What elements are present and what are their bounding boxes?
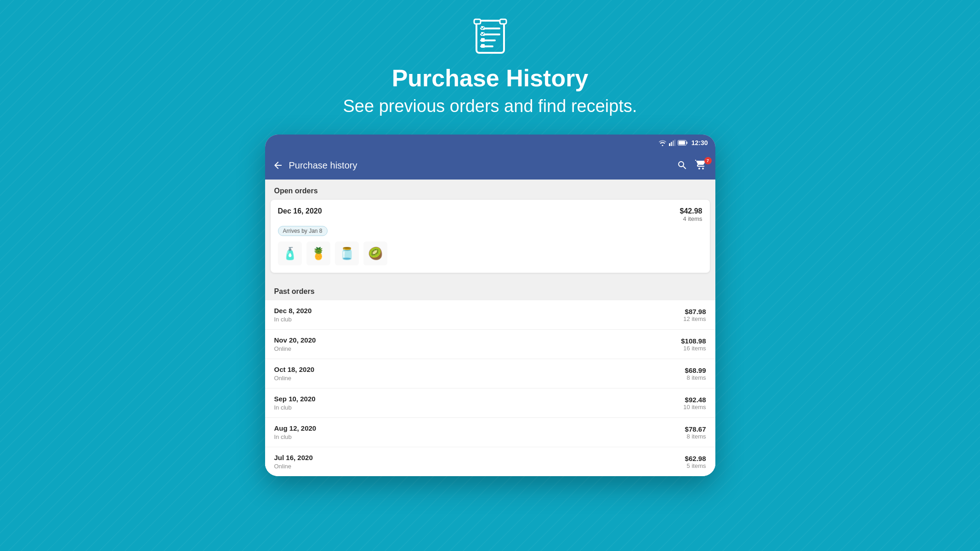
past-order-right-3: $92.48 10 items [683,396,706,410]
back-button[interactable] [272,160,283,171]
open-orders-label: Open orders [265,180,715,200]
svg-rect-11 [669,143,670,146]
past-order-count-3: 10 items [683,404,706,410]
hero-section: Purchase History See previous orders and… [343,18,637,116]
past-order-count-2: 8 items [685,374,706,381]
past-order-right-4: $78.67 8 items [685,425,706,440]
past-order-total-0: $87.98 [683,308,706,315]
app-bar: Purchase history 7 [265,151,715,180]
past-order-left-5: Jul 16, 2020 Online [274,454,313,470]
past-order-type-5: Online [274,463,313,470]
past-order-right-2: $68.99 8 items [685,366,706,381]
open-order-count: 4 items [680,215,702,222]
product-img-4: 🥝 [363,242,387,265]
past-order-date-2: Oct 18, 2020 [274,365,315,373]
svg-rect-12 [671,142,672,146]
past-order-left-4: Aug 12, 2020 In club [274,424,317,440]
hero-title: Purchase History [392,64,589,92]
past-order-date-0: Dec 8, 2020 [274,307,312,315]
past-order-type-4: In club [274,433,317,440]
past-order-type-1: Online [274,345,316,352]
open-order-total: $42.98 [680,207,702,215]
past-order-right-5: $62.98 5 items [685,455,706,469]
status-bar: 12:30 [265,135,715,151]
past-order-count-1: 16 items [681,345,706,352]
open-order-price-info: $42.98 4 items [680,207,702,222]
past-order-type-0: In club [274,316,312,323]
status-icons [658,140,688,146]
past-order-date-5: Jul 16, 2020 [274,454,313,461]
past-order-date-4: Aug 12, 2020 [274,424,317,432]
past-order-left-0: Dec 8, 2020 In club [274,307,312,323]
status-time: 12:30 [691,139,708,146]
past-order-row[interactable]: Jul 16, 2020 Online $62.98 5 items [265,447,715,476]
app-bar-title: Purchase history [289,160,671,171]
purchase-history-icon [472,18,509,55]
past-order-date-3: Sep 10, 2020 [274,395,316,403]
svg-rect-14 [674,140,675,146]
past-order-total-5: $62.98 [685,455,706,462]
svg-point-19 [702,168,704,169]
past-order-total-1: $108.98 [681,337,706,345]
past-order-count-5: 5 items [685,462,706,469]
past-order-total-3: $92.48 [683,396,706,404]
open-order-date: Dec 16, 2020 [278,207,322,215]
svg-rect-0 [476,21,504,53]
content-area: Open orders Dec 16, 2020 $42.98 4 items … [265,180,715,476]
past-order-left-3: Sep 10, 2020 In club [274,395,316,411]
svg-rect-9 [481,38,485,42]
app-bar-actions: 7 [677,160,708,171]
past-order-row[interactable]: Dec 8, 2020 In club $87.98 12 items [265,300,715,330]
past-order-row[interactable]: Aug 12, 2020 In club $78.67 8 items [265,418,715,447]
past-order-type-3: In club [274,404,316,411]
product-img-1: 🧴 [278,242,302,265]
past-order-row[interactable]: Nov 20, 2020 Online $108.98 16 items [265,330,715,359]
past-orders-label: Past orders [265,280,715,300]
past-order-left-2: Oct 18, 2020 Online [274,365,315,382]
past-order-right-0: $87.98 12 items [683,308,706,322]
past-order-count-0: 12 items [683,315,706,322]
svg-rect-6 [500,19,506,24]
past-order-right-1: $108.98 16 items [681,337,706,352]
product-img-3: 🫙 [335,242,359,265]
past-order-date-1: Nov 20, 2020 [274,336,316,344]
past-order-row[interactable]: Oct 18, 2020 Online $68.99 8 items [265,359,715,388]
svg-rect-5 [474,19,481,24]
svg-rect-16 [679,141,685,145]
past-orders-list: Dec 8, 2020 In club $87.98 12 items Nov … [265,300,715,476]
past-order-type-2: Online [274,375,315,382]
hero-subtitle: See previous orders and find receipts. [343,96,637,116]
past-order-total-4: $78.67 [685,425,706,433]
open-order-card[interactable]: Dec 16, 2020 $42.98 4 items Arrives by J… [271,200,710,273]
device-frame: 12:30 Purchase history 7 [265,135,715,476]
arrives-badge: Arrives by Jan 8 [278,226,328,236]
past-order-row[interactable]: Sep 10, 2020 In club $92.48 10 items [265,388,715,418]
svg-rect-10 [481,44,485,48]
cart-button[interactable]: 7 [695,160,708,171]
svg-point-18 [698,168,700,169]
past-order-count-4: 8 items [685,433,706,440]
product-img-2: 🍍 [306,242,330,265]
svg-rect-13 [673,141,674,146]
search-button[interactable] [677,160,688,171]
past-order-left-1: Nov 20, 2020 Online [274,336,316,352]
product-images: 🧴 🍍 🫙 🥝 [278,242,702,265]
cart-badge: 7 [704,157,712,164]
past-order-total-2: $68.99 [685,366,706,374]
open-order-header: Dec 16, 2020 $42.98 4 items [278,207,702,222]
svg-rect-17 [686,142,688,144]
